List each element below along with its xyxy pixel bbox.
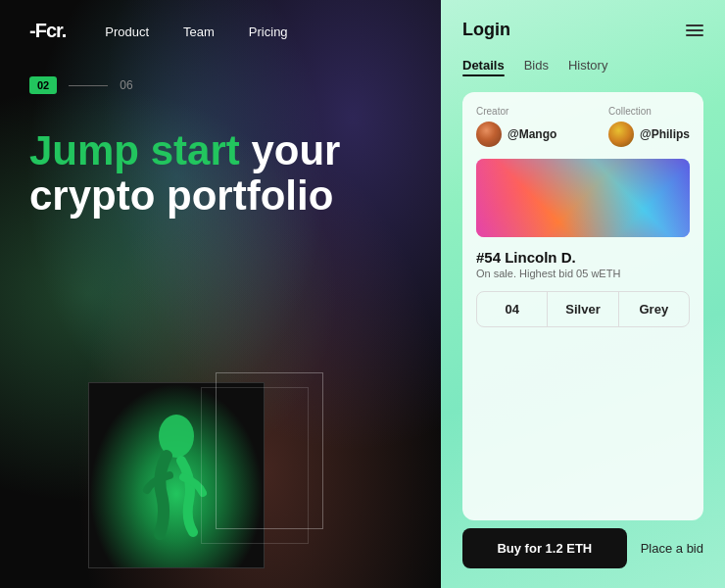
right-panel: Login Details Bids History Creator @Mang [441,0,725,588]
creator-collection-row: Creator @Mango Collection @Philips [476,106,690,147]
tab-history[interactable]: History [568,58,607,76]
collection-user-row: @Philips [608,122,690,147]
nft-image-gradient [476,159,690,237]
hero-image-wrapper [59,353,314,568]
menu-line-1 [686,24,703,26]
login-title: Login [462,20,510,40]
action-row: Buy for 1.2 ETH Place a bid [462,520,703,568]
logo: -Fcr. [29,20,66,42]
tabs-row: Details Bids History [462,58,703,76]
nav-item-product[interactable]: Product [105,23,149,40]
nft-card: Creator @Mango Collection @Philips [462,92,703,520]
creator-label: Creator [476,106,556,117]
right-header: Login [462,20,703,40]
collection-label: Collection [608,106,690,117]
collection-avatar [608,122,634,147]
nft-subtitle: On sale. Highest bid 05 wETH [476,268,690,279]
attr-silver: Silver [548,292,618,326]
attributes-row: 04 Silver Grey [476,291,690,327]
nav-links: Product Team Pricing [105,23,287,40]
counter-line [69,85,108,86]
creator-username: @Mango [508,127,556,141]
nav-item-team[interactable]: Team [183,23,215,40]
place-bid-link[interactable]: Place a bid [641,541,703,556]
menu-line-2 [686,29,703,31]
navbar: -Fcr. Product Team Pricing [0,0,441,62]
creator-user-row: @Mango [476,122,556,147]
frame-decoration-2 [201,387,309,544]
hero-heading: Jump start your crypto portfolio [29,128,411,219]
tab-bids[interactable]: Bids [524,58,549,76]
total-slides: 06 [120,78,132,92]
nft-title: #54 Lincoln D. [476,249,690,266]
hero-highlight: Jump start [29,127,240,173]
slide-counter: 02 06 [0,67,441,104]
current-slide: 02 [29,76,57,94]
menu-line-3 [686,34,703,36]
tab-details[interactable]: Details [462,58,505,76]
nav-item-pricing[interactable]: Pricing [249,23,288,40]
nft-info: #54 Lincoln D. On sale. Highest bid 05 w… [476,249,690,279]
collection-col: Collection @Philips [608,106,690,147]
nft-image [476,159,690,237]
hamburger-menu-icon[interactable] [686,24,703,36]
hero-normal-1: your [251,127,340,173]
buy-button[interactable]: Buy for 1.2 ETH [462,528,627,568]
app-container: -Fcr. Product Team Pricing 02 06 Jum [0,0,725,588]
hero-normal-2: crypto portfolio [29,172,333,219]
creator-col: Creator @Mango [476,106,556,147]
left-panel: -Fcr. Product Team Pricing 02 06 Jum [0,0,441,588]
collection-username: @Philips [640,127,690,141]
attr-04: 04 [477,292,548,326]
hero-text: Jump start your crypto portfolio [0,104,441,228]
creator-avatar [476,122,502,147]
attr-grey: Grey [619,292,689,326]
